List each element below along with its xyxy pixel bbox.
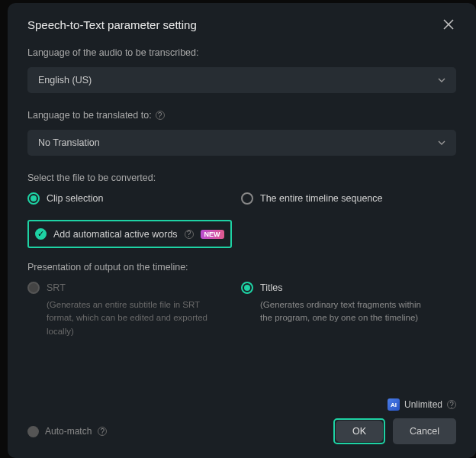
transcribe-label: Language of the audio to be transcribed: [27,47,456,58]
radio-titles[interactable]: Titles (Generates ordinary text fragment… [241,282,455,338]
automatch-checkbox[interactable]: Auto-match ? [27,426,107,437]
titles-description: (Generates ordinary text fragments withi… [241,298,432,325]
help-icon[interactable]: ? [447,400,456,409]
ai-icon: AI [388,398,400,411]
active-words-checkbox[interactable]: ✓ Add automatical active words ? NEW [27,220,232,248]
file-select-radio-group: Clip selection The entire timeline seque… [27,192,456,205]
help-icon[interactable]: ? [156,111,165,120]
ok-button[interactable]: OK [336,421,383,442]
ok-button-highlight: OK [333,418,385,444]
chevron-down-icon [438,76,445,84]
modal-footer: AI Unlimited ? Auto-match ? OK Cancel [27,398,456,444]
chevron-down-icon [438,139,445,147]
radio-icon [27,282,40,294]
radio-srt[interactable]: SRT (Generates an entire subtitle file i… [27,282,241,338]
unlimited-status: AI Unlimited ? [27,398,456,411]
srt-description: (Generates an entire subtitle file in SR… [27,298,218,338]
radio-entire-timeline[interactable]: The entire timeline sequence [241,192,455,205]
cancel-button[interactable]: Cancel [393,418,456,444]
close-button[interactable] [441,17,456,32]
modal-header: Speech-to-Text parameter setting [27,17,456,32]
help-icon[interactable]: ? [185,230,194,239]
close-icon [443,19,454,30]
translate-value: No Translation [38,137,100,148]
radio-icon [241,192,253,205]
translate-label: Language to be translated to: ? [27,110,456,121]
transcribe-value: English (US) [38,75,92,85]
modal-title: Speech-to-Text parameter setting [27,18,197,31]
checkbox-icon [27,426,39,437]
translate-language-dropdown[interactable]: No Translation [27,130,456,156]
file-select-label: Select the file to be converted: [27,173,456,183]
radio-clip-selection[interactable]: Clip selection [27,192,241,205]
radio-icon [27,192,40,205]
presentation-radio-group: SRT (Generates an entire subtitle file i… [27,282,456,338]
stt-settings-modal: Speech-to-Text parameter setting Languag… [8,3,476,458]
checkbox-icon: ✓ [35,228,47,240]
radio-icon [241,282,253,294]
presentation-label: Presentation of output on the timeline: [27,262,456,273]
button-row: OK Cancel [333,418,456,444]
transcribe-language-dropdown[interactable]: English (US) [27,67,456,93]
help-icon[interactable]: ? [98,427,107,436]
new-badge: NEW [201,230,224,239]
